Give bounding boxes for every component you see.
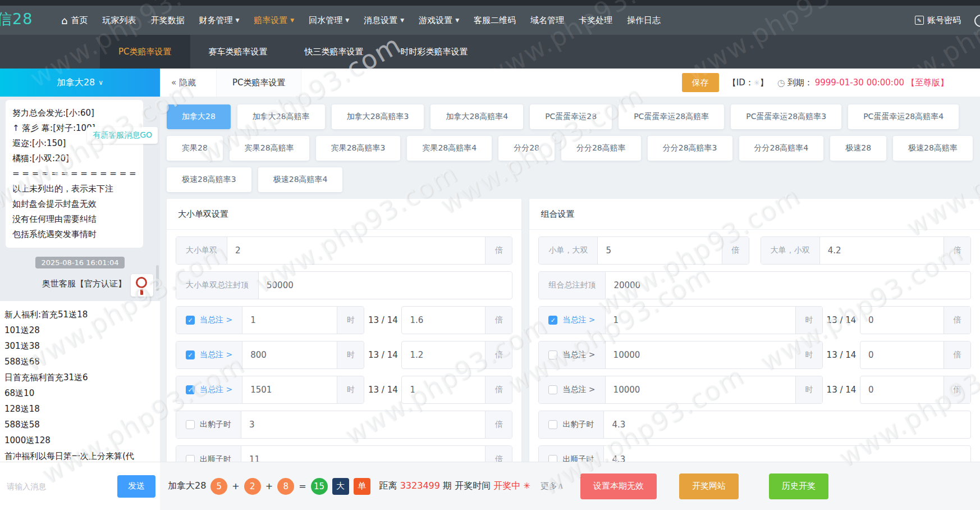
- input-group: 大小单双倍: [176, 236, 512, 265]
- game-tab-PC蛋蛋幸运28高赔率[interactable]: PC蛋蛋幸运28高赔率: [619, 104, 724, 129]
- help-icon[interactable]: [974, 15, 980, 27]
- send-button[interactable]: 发送: [117, 475, 155, 498]
- game-tab-PC蛋蛋幸运28高赔率4[interactable]: PC蛋蛋幸运28高赔率4: [848, 104, 959, 129]
- subnav-tab-2[interactable]: 赛车类赔率设置: [190, 35, 286, 69]
- new-service-message-link[interactable]: 有新客服消息GO: [87, 127, 158, 144]
- game-tab-PC蛋蛋幸运28高赔率3[interactable]: PC蛋蛋幸运28高赔率3: [731, 104, 841, 129]
- checkbox[interactable]: ✓: [186, 385, 195, 394]
- threshold-input[interactable]: [613, 315, 787, 325]
- row-suffix: 时: [337, 307, 364, 334]
- nav-item-8[interactable]: 游戏设置▼: [411, 6, 466, 35]
- subnav-tab-3[interactable]: 快三类赔率设置: [286, 35, 382, 69]
- game-tab-分分28高赔率4[interactable]: 分分28高赔率4: [739, 136, 824, 161]
- ratio-text: 13 / 14: [823, 376, 860, 404]
- rate-input[interactable]: [410, 385, 477, 395]
- save-button[interactable]: 保存: [682, 73, 719, 92]
- threshold-input[interactable]: [249, 454, 477, 462]
- nav-item-12[interactable]: 操作日志: [620, 6, 668, 35]
- checkbox[interactable]: [548, 385, 557, 394]
- threshold-input[interactable]: [250, 315, 329, 325]
- history-draw-button[interactable]: 历史开奖: [769, 473, 828, 499]
- draw-status: 开奖中: [493, 480, 520, 491]
- game-tab-宾果28[interactable]: 宾果28: [167, 136, 223, 161]
- game-tab-极速28[interactable]: 极速28: [830, 136, 886, 161]
- hide-sidebar-button[interactable]: « 隐藏: [171, 78, 196, 88]
- subnav-tab-4[interactable]: 时时彩类赔率设置: [382, 35, 487, 69]
- input-cell: [598, 237, 721, 264]
- nav-item-label: 游戏设置: [419, 15, 452, 26]
- nav-item-4[interactable]: 财务管理▼: [191, 6, 246, 35]
- subnav-tab-1[interactable]: PC类赔率设置: [100, 35, 190, 69]
- nav-item-6[interactable]: 回水管理▼: [301, 6, 356, 35]
- input-group: 出豹子时倍: [176, 411, 512, 439]
- sidebar-scrollbar[interactable]: [156, 265, 159, 291]
- nav-item-5[interactable]: 赔率设置▼: [246, 6, 301, 35]
- input-group: 倍: [401, 341, 512, 369]
- input-group: 出顺子时: [538, 445, 971, 462]
- chat-input[interactable]: [7, 482, 113, 491]
- checkbox[interactable]: ✓: [548, 316, 557, 325]
- threshold-input[interactable]: [250, 350, 329, 360]
- settings-panels: 大小单双设置 大小单双倍大小单双总注封顶✓当总注 >时13 / 14倍✓当总注 …: [167, 199, 980, 462]
- chat-timestamp: 2025-08-16 16:01:04: [35, 257, 124, 268]
- rate-input[interactable]: [267, 280, 504, 290]
- page-tab[interactable]: PC类赔率设置: [216, 69, 302, 97]
- game-tab-加拿大28高赔率4[interactable]: 加拿大28高赔率4: [431, 104, 523, 129]
- nav-item-9[interactable]: 客服二维码: [466, 6, 523, 35]
- rate-input[interactable]: [235, 245, 477, 256]
- checkbox[interactable]: [186, 420, 195, 429]
- game-tab-PC蛋蛋幸运28[interactable]: PC蛋蛋幸运28: [530, 104, 612, 129]
- threshold-input[interactable]: [250, 385, 329, 395]
- checkbox[interactable]: ✓: [186, 350, 195, 359]
- rate-input[interactable]: [868, 315, 936, 325]
- nav-item-11[interactable]: 卡奖处理: [571, 6, 620, 35]
- rate-input[interactable]: [868, 385, 936, 395]
- game-selector-label: 加拿大28: [57, 77, 95, 89]
- account-password-button[interactable]: ✎ 账号密码: [915, 6, 961, 35]
- threshold-input[interactable]: [249, 420, 477, 430]
- nav-item-1[interactable]: ⌂首页: [54, 6, 95, 35]
- nav-item-2[interactable]: 玩家列表: [95, 6, 143, 35]
- rate-input[interactable]: [613, 280, 963, 290]
- game-tab-极速28高赔率3[interactable]: 极速28高赔率3: [167, 167, 251, 192]
- threshold-input[interactable]: [613, 385, 787, 395]
- game-tab-分分28高赔率3[interactable]: 分分28高赔率3: [648, 136, 732, 161]
- threshold-input[interactable]: [613, 350, 787, 360]
- rate-input[interactable]: [410, 315, 477, 325]
- row-suffix: 倍: [944, 237, 970, 264]
- game-tab-宾果28高赔率4[interactable]: 宾果28高赔率4: [407, 136, 492, 161]
- draw-website-button[interactable]: 开奖网站: [679, 473, 739, 499]
- game-tab-分分28[interactable]: 分分28: [498, 136, 555, 161]
- more-toggle[interactable]: 更多∧: [541, 481, 564, 491]
- nav-item-3[interactable]: 开奖数据: [143, 6, 191, 35]
- threshold-input[interactable]: [612, 420, 963, 430]
- checkbox[interactable]: [548, 420, 557, 429]
- rate-input[interactable]: [828, 245, 936, 256]
- nav-item-7[interactable]: 消息设置▼: [356, 6, 411, 35]
- rate-input[interactable]: [606, 245, 713, 256]
- game-tab-加拿大28高赔率[interactable]: 加拿大28高赔率: [237, 104, 325, 129]
- game-tab-加拿大28[interactable]: 加拿大28: [167, 104, 231, 129]
- game-tab-宾果28高赔率[interactable]: 宾果28高赔率: [230, 136, 309, 161]
- game-tab-加拿大28高赔率3[interactable]: 加拿大28高赔率3: [332, 104, 424, 129]
- checkbox[interactable]: [186, 455, 195, 462]
- promo-line: 301送38: [4, 338, 159, 354]
- game-tab-分分28高赔率[interactable]: 分分28高赔率: [561, 136, 641, 161]
- game-selector[interactable]: 加拿大28 ∨: [0, 69, 160, 97]
- rate-input[interactable]: [410, 350, 477, 360]
- checkbox[interactable]: ✓: [186, 316, 195, 325]
- game-tab-极速28高赔率4[interactable]: 极速28高赔率4: [258, 167, 343, 192]
- input-cell: [860, 307, 944, 334]
- input-group: 组合总注封顶: [538, 271, 971, 299]
- set-invalid-button[interactable]: 设置本期无效: [580, 473, 657, 499]
- game-tab-宾果28高赔率3[interactable]: 宾果28高赔率3: [316, 136, 401, 161]
- input-group: ✓当总注 >时: [176, 341, 364, 369]
- nav-item-10[interactable]: 域名管理: [523, 6, 571, 35]
- threshold-input[interactable]: [612, 454, 963, 462]
- rate-input[interactable]: [868, 350, 936, 360]
- checkbox[interactable]: [548, 455, 557, 462]
- game-tab-极速28高赔率[interactable]: 极速28高赔率: [893, 136, 973, 161]
- top-strip: [0, 0, 980, 6]
- panel-title: 组合设置: [529, 199, 980, 230]
- checkbox[interactable]: [548, 350, 557, 359]
